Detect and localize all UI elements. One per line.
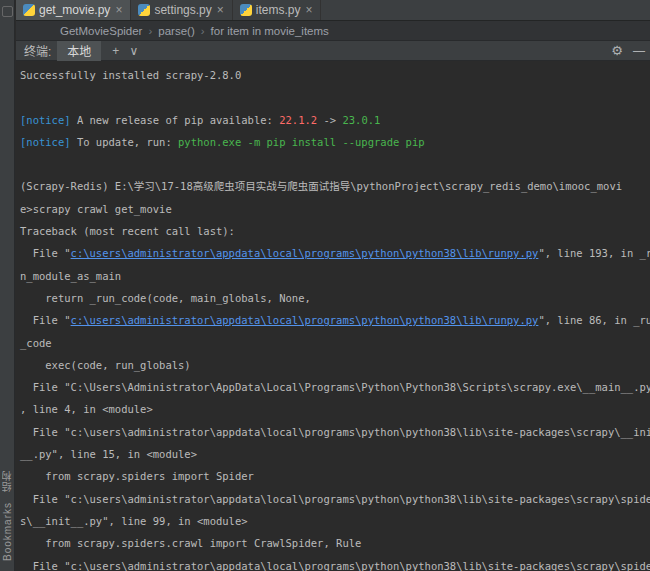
editor-tab-label: get_movie.py xyxy=(39,3,110,17)
terminal-line: s\__init__.py", line 99, in <module> xyxy=(20,510,650,532)
editor-tab-label: settings.py xyxy=(154,3,211,17)
terminal-text: [notice] xyxy=(20,136,71,148)
terminal-text: To update, run: xyxy=(71,136,178,148)
terminal-title-label: 终端: xyxy=(16,42,57,59)
terminal-text: 23.0.1 xyxy=(342,114,380,126)
editor-tab-bar: get_movie.py × settings.py × items.py × xyxy=(16,0,650,21)
editor-tab-label: items.py xyxy=(256,3,301,17)
terminal-line xyxy=(20,86,650,108)
terminal-text: A new release of pip available: xyxy=(71,114,280,126)
terminal-text: File "c:\users\administrator\appdata\loc… xyxy=(20,426,650,438)
ide-main-area: get_movie.py × settings.py × items.py × … xyxy=(16,0,650,571)
terminal-line: File "c:\users\administrator\appdata\loc… xyxy=(20,555,650,571)
terminal-text: File " xyxy=(20,314,71,326)
terminal-line: File "c:\users\administrator\appdata\loc… xyxy=(20,242,650,264)
terminal-line: Traceback (most recent call last): xyxy=(20,220,650,242)
editor-tab-settings[interactable]: settings.py × xyxy=(131,0,232,20)
new-terminal-session-icon[interactable]: + xyxy=(107,45,124,57)
terminal-line: Successfully installed scrapy-2.8.0 xyxy=(20,64,650,86)
stacktrace-file-link[interactable]: c:\users\administrator\appdata\local\pro… xyxy=(71,314,539,326)
terminal-text: [notice] xyxy=(20,114,71,126)
terminal-text: _code xyxy=(20,337,52,349)
terminal-output[interactable]: Successfully installed scrapy-2.8.0 [not… xyxy=(16,61,650,571)
close-icon[interactable]: × xyxy=(216,4,225,16)
terminal-text: n_module_as_main xyxy=(20,270,121,282)
python-file-icon xyxy=(240,4,252,16)
terminal-text: Successfully installed scrapy-2.8.0 xyxy=(20,69,241,81)
terminal-line: File "c:\users\administrator\appdata\loc… xyxy=(20,309,650,331)
terminal-text: File "C:\Users\Administrator\AppData\Loc… xyxy=(20,381,650,393)
terminal-text: -> xyxy=(317,114,342,126)
terminal-text: python.exe -m pip install --upgrade pip xyxy=(178,136,425,148)
terminal-text: File " xyxy=(20,247,71,259)
breadcrumb-item-statement[interactable]: for item in movie_items xyxy=(209,25,331,37)
terminal-text: e>scrapy crawl get_movie xyxy=(20,203,172,215)
terminal-line xyxy=(20,153,650,175)
terminal-text: File "c:\users\administrator\appdata\loc… xyxy=(20,560,650,571)
terminal-text: File "c:\users\administrator\appdata\loc… xyxy=(20,493,650,505)
terminal-line: n_module_as_main xyxy=(20,265,650,287)
gear-icon[interactable]: ⚙ xyxy=(606,44,628,57)
stacktrace-file-link[interactable]: c:\users\administrator\appdata\local\pro… xyxy=(71,247,539,259)
editor-tab-get-movie[interactable]: get_movie.py × xyxy=(16,0,131,20)
breadcrumb: GetMovieSpider › parse() › for item in m… xyxy=(16,21,650,41)
terminal-toolbar: 终端: 本地 + ∨ ⚙ — xyxy=(16,41,650,61)
terminal-text: __.py", line 15, in <module> xyxy=(20,448,197,460)
tool-window-button-bookmarks[interactable]: Bookmarks xyxy=(2,502,13,561)
breadcrumb-item-method[interactable]: parse() xyxy=(156,25,196,37)
tool-window-stripe: 结构 Bookmarks xyxy=(0,0,15,571)
terminal-line: __.py", line 15, in <module> xyxy=(20,443,650,465)
terminal-line: from scrapy.spiders.crawl import CrawlSp… xyxy=(20,532,650,554)
terminal-text: Traceback (most recent call last): xyxy=(20,225,235,237)
python-file-icon xyxy=(138,4,150,16)
terminal-text: s\__init__.py", line 99, in <module> xyxy=(20,515,248,527)
chevron-down-icon[interactable]: ∨ xyxy=(124,45,143,57)
editor-tab-items[interactable]: items.py × xyxy=(233,0,322,20)
terminal-line: File "C:\Users\Administrator\AppData\Loc… xyxy=(20,376,650,398)
terminal-line: [notice] To update, run: python.exe -m p… xyxy=(20,131,650,153)
terminal-line: from scrapy.spiders import Spider xyxy=(20,465,650,487)
terminal-line: File "c:\users\administrator\appdata\loc… xyxy=(20,488,650,510)
terminal-line: (Scrapy-Redis) E:\学习\17-18高级爬虫项目实战与爬虫面试指… xyxy=(20,175,650,197)
terminal-text: exec(code, run_globals) xyxy=(20,359,191,371)
terminal-line: File "c:\users\administrator\appdata\loc… xyxy=(20,421,650,443)
terminal-line: return _run_code(code, main_globals, Non… xyxy=(20,287,650,309)
terminal-line: e>scrapy crawl get_movie xyxy=(20,198,650,220)
terminal-text: 22.1.2 xyxy=(279,114,317,126)
breadcrumb-separator-icon: › xyxy=(197,25,209,37)
hide-tool-window-icon[interactable]: — xyxy=(628,45,650,57)
terminal-text: from scrapy.spiders import Spider xyxy=(20,470,254,482)
terminal-line: exec(code, run_globals) xyxy=(20,354,650,376)
python-file-icon xyxy=(23,4,35,16)
terminal-session-tab-local[interactable]: 本地 xyxy=(57,41,101,61)
close-icon[interactable]: × xyxy=(114,4,123,16)
terminal-text: (Scrapy-Redis) E:\学习\17-18高级爬虫项目实战与爬虫面试指… xyxy=(20,180,622,192)
terminal-text: , line 4, in <module> xyxy=(20,403,153,415)
terminal-text: ", line 86, in _run xyxy=(538,314,650,326)
terminal-text: from scrapy.spiders.crawl import CrawlSp… xyxy=(20,537,361,549)
terminal-line: [notice] A new release of pip available:… xyxy=(20,109,650,131)
tool-window-button-structure[interactable]: 结构 xyxy=(0,470,15,492)
terminal-line: , line 4, in <module> xyxy=(20,398,650,420)
terminal-line: _code xyxy=(20,332,650,354)
terminal-text: ", line 193, in _ru xyxy=(538,247,650,259)
breadcrumb-item-class[interactable]: GetMovieSpider xyxy=(58,25,144,37)
terminal-text: return _run_code(code, main_globals, Non… xyxy=(20,292,311,304)
tool-window-icon[interactable] xyxy=(2,6,13,17)
close-icon[interactable]: × xyxy=(304,4,313,16)
breadcrumb-separator-icon: › xyxy=(144,25,156,37)
